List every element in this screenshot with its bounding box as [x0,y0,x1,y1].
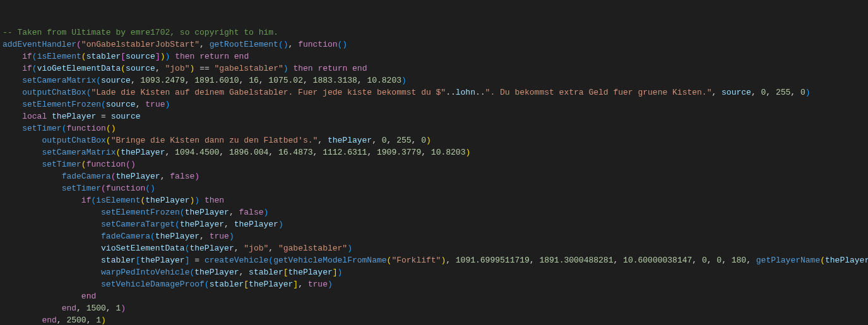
str-chat2: "Bringe die Kisten dann zu den Flatbed's… [111,136,318,145]
num: 1891.3000488281 [539,256,613,265]
id-thePlayer: thePlayer [194,268,239,277]
kw-return: return [199,52,229,61]
fn-setElementFrozen: setElementFrozen [22,100,101,109]
fn-setTimer: setTimer [42,160,81,169]
id-thePlayer: thePlayer [121,148,165,157]
fn-getPlayerName: getPlayerName [756,256,820,265]
num: 16 [249,76,259,85]
kw-true: true [145,100,165,109]
num: 1891.6010 [194,76,239,85]
num: 1896.004 [229,148,268,157]
kw-true: true [308,280,328,289]
fn-getRootElement: getRootElement [210,40,278,49]
id-thePlayer: thePlayer [189,244,234,253]
id-lohn: lohn [456,88,475,97]
id-thePlayer: thePlayer [180,220,224,229]
id-thePlayer: thePlayer [52,112,96,121]
fn-vioGetElementData: vioGetElementData [37,64,121,73]
kw-if: if [22,52,32,61]
fn-fadeCamera: fadeCamera [62,172,111,181]
num: 0 [800,88,806,97]
id-thePlayer: thePlayer [155,232,199,241]
num: 16.4873 [278,148,313,157]
num: 10.8203 [431,148,466,157]
fn-outputChatBox: outputChatBox [22,88,86,97]
id-source: source [106,100,136,109]
kw-false: false [170,172,194,181]
str-gabelstabler: "gabelstabler" [215,64,283,73]
kw-end: end [81,292,96,301]
id-stabler: stabler [101,256,136,265]
id-thePlayer: thePlayer [825,256,868,265]
str-job: "job" [165,64,190,73]
id-stabler: stabler [249,268,283,277]
kw-true: true [210,232,229,241]
kw-function: function [106,184,145,193]
str-job: "job" [244,244,268,253]
num: 10.8203 [367,76,401,85]
id-thePlayer: thePlayer [288,268,333,277]
fn-fadeCamera: fadeCamera [101,232,150,241]
comment-line: -- Taken from Ultimate by emre1702, so c… [3,28,278,37]
code-editor[interactable]: -- Taken from Ultimate by emre1702, so c… [3,27,865,325]
id-thePlayer: thePlayer [328,136,372,145]
str-forklift: "Forklift" [391,256,441,265]
num: 1883.3138 [313,76,357,85]
fn-vioSetElementData: vioSetElementData [101,244,185,253]
fn-setTimer: setTimer [22,124,61,133]
kw-function: function [66,124,105,133]
id-thePlayer: thePlayer [234,220,278,229]
fn-setCameraMatrix: setCameraMatrix [42,148,116,157]
fn-isElement: isElement [37,52,81,61]
kw-if: if [22,64,32,73]
id-stabler: stabler [210,280,244,289]
fn-setElementFrozen: setElementFrozen [101,208,180,217]
string-event: "onGabelstablerJobStart" [81,40,199,49]
kw-function: function [86,160,126,169]
kw-function: function [298,40,337,49]
num: 0 [702,256,707,265]
num: 10.60000038147 [623,256,692,265]
kw-end: end [352,64,367,73]
fn-isElement: isElement [96,196,140,205]
num: 2500 [66,316,86,325]
kw-then: then [175,52,194,61]
kw-end: end [42,316,56,325]
id-source: source [722,88,751,97]
fn-setVehicleDamageProof: setVehicleDamageProof [101,280,205,289]
fn-getVehicleModelFromName: getVehicleModelFromName [273,256,386,265]
kw-end: end [234,52,249,61]
id-source: source [126,52,155,61]
str-gabelstabler: "gabelstabler" [278,244,347,253]
id-thePlayer: thePlayer [185,208,229,217]
kw-end: end [62,304,76,313]
fn-createVehicle: createVehicle [205,256,268,265]
id-thePlayer: thePlayer [140,256,184,265]
num: 0 [421,136,426,145]
num: 0 [382,136,387,145]
num: 1093.2479 [140,76,184,85]
num: 1075.02 [268,76,303,85]
id-thePlayer: thePlayer [249,280,293,289]
str-chat1a: "Lade die Kisten auf deinem Gabelstabler… [91,88,446,97]
kw-local: local [22,112,47,121]
num: 1112.6311 [323,148,367,157]
fn-setCameraMatrix: setCameraMatrix [22,76,96,85]
id-source: source [126,64,155,73]
fn-addEventHandler: addEventHandler [3,40,76,49]
num: 0 [716,256,722,265]
num: 255 [396,136,411,145]
kw-then: then [293,64,312,73]
num: 1094.4500 [175,148,219,157]
id-stabler: stabler [86,52,121,61]
num: 180 [732,256,746,265]
kw-if: if [81,196,92,205]
id-source: source [111,112,141,121]
num: 1 [96,316,101,325]
id-thePlayer: thePlayer [116,172,160,181]
fn-warpPedIntoVehicle: warpPedIntoVehicle [101,268,189,277]
kw-false: false [239,208,264,217]
str-chat1b: ". Du bekommst extra Geld fuer gruene Ki… [485,88,712,97]
fn-setCameraTarget: setCameraTarget [101,220,175,229]
kw-then: then [205,196,224,205]
